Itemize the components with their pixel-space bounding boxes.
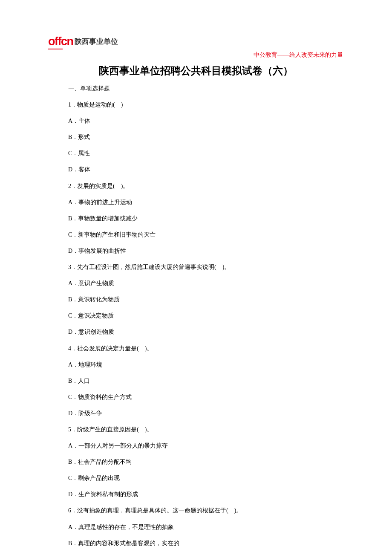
option-text: B．形式 (68, 133, 324, 142)
option-text: D．生产资料私有制的形成 (68, 490, 324, 499)
option-text: A．一部分人对另一部分人的暴力掠夺 (68, 442, 324, 450)
logo-cn-text: 陕西事业单位 (75, 37, 118, 46)
option-text: C．新事物的产生和旧事物的灭亡 (68, 231, 324, 239)
option-text: A．地理环境 (68, 361, 324, 369)
option-text: C．剩余产品的出现 (68, 474, 324, 483)
option-text: B．意识转化为物质 (68, 295, 324, 304)
brand-logo: offcn 陕西事业单位 (48, 35, 118, 48)
option-text: A．主体 (68, 117, 324, 125)
option-text: D．事物发展的曲折性 (68, 247, 324, 255)
option-text: B．社会产品的分配不均 (68, 458, 324, 466)
section-heading: 一、单项选择题 (68, 84, 324, 93)
option-text: C．意识决定物质 (68, 312, 324, 320)
option-text: B．事物数量的增加或减少 (68, 214, 324, 223)
question-text: 4．社会发展的决定力量是( )。 (68, 344, 324, 353)
option-text: C．属性 (68, 149, 324, 158)
option-text: D．客体 (68, 165, 324, 174)
option-text: A．意识产生物质 (68, 279, 324, 288)
option-text: C．物质资料的生产方式 (68, 393, 324, 402)
option-text: D．意识创造物质 (68, 328, 324, 336)
header-slogan: 中公教育——给人改变未来的力量 (254, 51, 343, 59)
document-title: 陕西事业单位招聘公共科目模拟试卷（六） (0, 64, 392, 78)
question-text: 6．没有抽象的真理，真理总是具体的。这一命题的根据在于( )。 (68, 506, 324, 515)
question-text: 2．发展的实质是( )。 (68, 182, 324, 191)
option-text: B．人口 (68, 377, 324, 385)
logo-underline (48, 49, 63, 49)
option-text: D．阶级斗争 (68, 409, 324, 418)
question-text: 1．物质是运动的( ) (68, 101, 324, 109)
option-text: A．事物的前进上升运动 (68, 198, 324, 207)
option-text: A．真理是感性的存在，不是理性的抽象 (68, 523, 324, 532)
question-text: 5．阶级产生的直接原因是( )。 (68, 425, 324, 434)
logo-brand-text: offcn (48, 35, 73, 48)
question-text: 3．先有工程设计图，然后施工建设大厦的普遍事实说明( )。 (68, 263, 324, 272)
option-text: B．真理的内容和形式都是客观的，实在的 (68, 539, 324, 548)
document-body: 一、单项选择题 1．物质是运动的( ) A．主体 B．形式 C．属性 D．客体 … (68, 84, 324, 555)
